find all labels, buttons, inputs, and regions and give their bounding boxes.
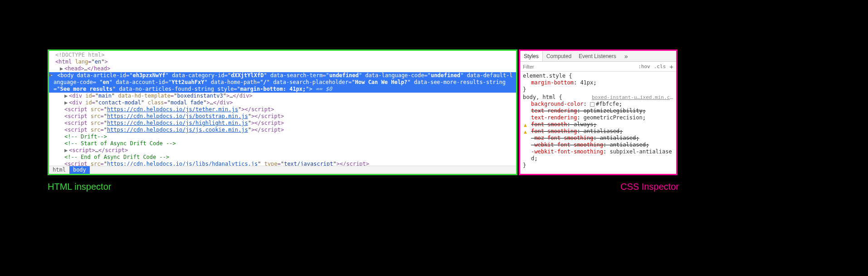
css-declaration[interactable]: ▲font-smooth: always; <box>523 121 673 128</box>
styles-toolbar: :hov .cls + <box>520 62 676 72</box>
warning-icon: ▲ <box>524 128 527 135</box>
warning-icon: ▲ <box>524 122 527 128</box>
dom-child-node[interactable]: ▶<div id="main" data-hd-template="boxedi… <box>51 93 514 99</box>
element-style-rule[interactable]: element.style { margin-bottom: 41px; } <box>523 73 673 93</box>
doctype-node[interactable]: <!DOCTYPE html> <box>51 52 514 59</box>
html-inspector-label: HTML inspector <box>48 182 111 192</box>
crumb-body[interactable]: body <box>69 166 90 174</box>
tab-styles[interactable]: Styles <box>520 51 543 61</box>
hov-toggle[interactable]: :hov <box>638 64 650 69</box>
cls-toggle[interactable]: .cls <box>654 64 666 69</box>
css-declaration[interactable]: ▲font-smoothing: antialiased; <box>523 128 673 135</box>
tabs-more-icon[interactable]: » <box>621 51 632 62</box>
rule-source-link[interactable]: boxed-instant-u…ixed.min.css:2 <box>592 94 673 101</box>
style-rules: element.style { margin-bottom: 41px; } b… <box>520 72 676 171</box>
css-tabs: Styles Computed Event Listeners » <box>520 51 676 62</box>
css-declaration[interactable]: -webkit-font-smoothing: antialiased; <box>523 142 673 148</box>
decl-margin-bottom[interactable]: margin-bottom: 41px; <box>523 79 673 86</box>
dom-child-node[interactable]: <script src="https://cdn.helpdocs.io/js/… <box>51 120 514 127</box>
css-declaration[interactable]: -moz-font-smoothing: antialiased; <box>523 135 673 142</box>
body-html-rule[interactable]: boxed-instant-u…ixed.min.css:2 body, htm… <box>523 94 673 169</box>
expand-arrow-icon[interactable]: ▶ <box>60 65 64 72</box>
new-style-rule-button[interactable]: + <box>669 63 673 70</box>
dom-child-node[interactable]: <script src="https://cdn.helpdocs.io/js/… <box>51 106 514 113</box>
dom-child-node[interactable]: <!-- End of Async Drift Code --> <box>51 154 514 161</box>
css-declaration[interactable]: background-color: #fbfcfe; <box>523 101 673 108</box>
styles-filter-input[interactable] <box>523 64 634 69</box>
html-open-tag[interactable]: <html lang="en"> <box>51 59 514 65</box>
dom-tree[interactable]: <!DOCTYPE html> <html lang="en"> ▶<head>… <box>49 51 516 168</box>
css-inspector-panel: Styles Computed Event Listeners » :hov .… <box>519 49 678 175</box>
css-inspector-label: CSS Inspector <box>620 182 679 192</box>
dom-child-node[interactable]: ▶<script>…</script> <box>51 147 514 154</box>
tab-computed[interactable]: Computed <box>543 51 575 61</box>
dom-child-node[interactable]: <script src="https://cdn.helpdocs.io/js/… <box>51 127 514 133</box>
css-declaration[interactable]: text-rendering: optimizeLegibility; <box>523 108 673 114</box>
dom-breadcrumbs: html body <box>49 166 516 174</box>
dom-child-node[interactable]: <!-- Drift--> <box>51 133 514 140</box>
css-declaration[interactable]: text-rendering: geometricPrecision; <box>523 114 673 121</box>
html-inspector-panel: <!DOCTYPE html> <html lang="en"> ▶<head>… <box>48 49 517 175</box>
tab-event-listeners[interactable]: Event Listeners <box>575 51 620 61</box>
crumb-html[interactable]: html <box>49 166 69 174</box>
dom-child-node[interactable]: <script src="https://cdn.helpdocs.io/js/… <box>51 113 514 120</box>
color-swatch[interactable] <box>590 102 595 107</box>
dom-child-node[interactable]: ▶<div id="contact-modal" class="modal fa… <box>51 99 514 106</box>
css-declaration[interactable]: -webkit-font-smoothing: subpixel-antiali… <box>523 148 673 162</box>
dom-child-node[interactable]: <!-- Start of Async Drift Code --> <box>51 140 514 147</box>
body-node-selected[interactable]: ⋯▼<body data-article-id="eh3pzxNwYf" dat… <box>49 72 516 93</box>
head-node[interactable]: ▶<head>…</head> <box>51 65 514 72</box>
